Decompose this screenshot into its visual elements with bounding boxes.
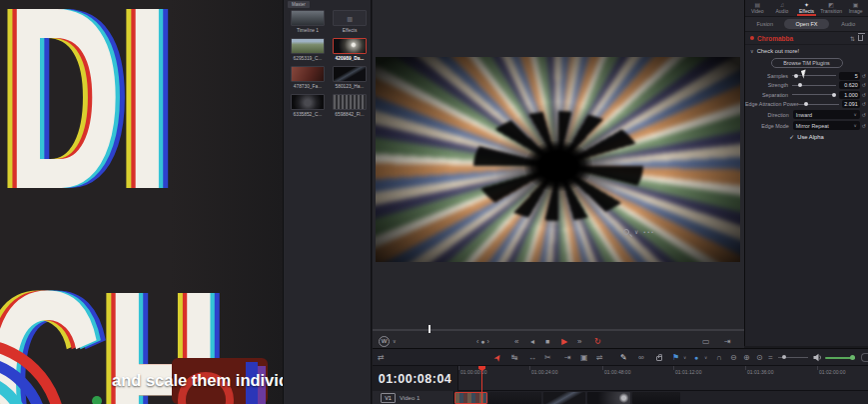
reorder-icon[interactable]: ⇅ — [850, 35, 855, 42]
tab-image[interactable]: ▣ Image — [843, 0, 868, 16]
tab-transition[interactable]: ◩ Transition — [819, 0, 844, 16]
media-thumbnail[interactable]: ▥ — [333, 10, 367, 26]
mixer-icon[interactable]: = — [768, 349, 773, 366]
reset-icon[interactable]: ↺ — [862, 82, 866, 88]
media-item-clip[interactable]: 6335852_C... — [291, 94, 325, 117]
search-icon[interactable] — [623, 229, 629, 235]
media-thumbnail[interactable] — [291, 10, 325, 26]
volume-slider[interactable] — [825, 349, 855, 366]
media-item-clip[interactable]: 580123_Ha... — [333, 66, 367, 89]
zoom-out-icon[interactable]: ⊖ — [730, 349, 737, 366]
step-back-button[interactable]: ◂ — [530, 334, 534, 348]
param-value[interactable]: 5 — [839, 72, 860, 80]
media-item-clip[interactable]: 6295319_C... — [291, 38, 325, 61]
promo-link[interactable]: Check out more! — [757, 48, 800, 54]
reset-icon[interactable]: ↺ — [862, 73, 866, 79]
timeline-timecode[interactable]: 01:00:08:04 — [373, 366, 458, 391]
edge-attraction-slider[interactable] — [795, 100, 839, 109]
media-thumbnail[interactable] — [291, 38, 325, 54]
overwrite-clip-icon[interactable]: ▣ — [580, 349, 588, 366]
slider-knob[interactable] — [794, 74, 798, 78]
subtab-openfx[interactable]: Open FX — [784, 19, 828, 29]
zoom-detail-icon[interactable]: ⊙ — [756, 349, 763, 366]
direction-dropdown[interactable]: Inward ∨ — [793, 110, 860, 119]
viewer-scrub-position[interactable] — [429, 325, 431, 333]
link-icon[interactable]: ∞ — [638, 349, 644, 366]
jog-control[interactable]: ‹ ● › — [476, 334, 489, 348]
track-id-badge[interactable]: V1 — [381, 393, 396, 403]
loop-button[interactable]: ↻ — [594, 334, 601, 348]
timeline-clip[interactable] — [587, 392, 630, 404]
tab-video[interactable]: ▤ Video — [745, 0, 770, 16]
media-thumbnail[interactable] — [333, 38, 367, 54]
razor-tool-icon[interactable]: ✂ — [544, 349, 551, 366]
trim-edit-tool-icon[interactable]: ↹ — [511, 349, 518, 366]
subtab-fusion[interactable]: Fusion — [749, 21, 780, 27]
timeline-playhead[interactable] — [481, 366, 482, 404]
video-preview[interactable] — [376, 57, 740, 262]
param-value[interactable]: 1.000 — [839, 91, 860, 99]
selection-tool-icon[interactable]: ➤ — [488, 350, 506, 366]
slider-knob[interactable] — [804, 102, 808, 106]
media-thumbnail[interactable] — [291, 66, 325, 82]
chevron-down-icon[interactable]: ∨ — [634, 229, 638, 235]
reset-icon[interactable]: ↺ — [862, 92, 866, 98]
timeline-clip[interactable] — [632, 392, 680, 404]
subtab-audio[interactable]: Audio — [833, 21, 864, 27]
plugin-promo-row[interactable]: ∨ Check out more! — [745, 45, 868, 56]
reset-icon[interactable]: ↺ — [862, 112, 866, 118]
plugin-enabled-dot[interactable] — [750, 36, 754, 40]
marker-chevron-icon[interactable]: ∨ — [704, 349, 707, 366]
zoom-in-icon[interactable]: ⊕ — [743, 349, 750, 366]
marker-icon[interactable]: ● — [694, 349, 698, 366]
timeline-ruler[interactable]: 01:00:00:00 01:00:24:00 01:00:48:00 01:0… — [458, 366, 868, 391]
chevron-down-icon[interactable]: ∨ — [393, 338, 397, 344]
separation-slider[interactable] — [792, 90, 836, 99]
param-value[interactable]: 2.091 — [842, 100, 860, 108]
flag-chevron-icon[interactable]: ∨ — [683, 349, 686, 366]
play-button[interactable]: ▶ — [561, 334, 567, 348]
slider-knob[interactable] — [798, 83, 802, 87]
slider-knob[interactable] — [832, 93, 836, 97]
match-frame-icon[interactable]: ▭ — [702, 334, 710, 348]
timeline-clip[interactable] — [488, 392, 541, 404]
browse-plugins-button[interactable]: Browse TiM Plugins — [771, 58, 843, 68]
media-item-timeline[interactable]: Timeline 1 — [291, 10, 325, 33]
go-to-start-button[interactable]: « — [514, 334, 518, 348]
dynamic-trim-tool-icon[interactable]: ↔ — [528, 349, 536, 366]
speaker-icon[interactable] — [813, 349, 822, 366]
viewer-source-badge[interactable]: W ∨ — [379, 334, 397, 348]
media-item-clip[interactable]: 6598842_Fl... — [333, 94, 367, 117]
timeline-zoom-slider[interactable] — [778, 349, 808, 366]
timeline-view-options-icon[interactable]: ⇄ — [378, 349, 385, 366]
lock-icon[interactable] — [656, 356, 662, 361]
bin-breadcrumb[interactable]: Master — [288, 1, 310, 8]
timeline-clip-selected[interactable] — [454, 392, 487, 404]
curve-tool-icon[interactable]: ✎ — [620, 349, 627, 366]
use-alpha-checkbox[interactable]: ✓ Use Alpha — [745, 131, 868, 142]
timeline-clip[interactable] — [543, 392, 585, 404]
trash-icon[interactable] — [858, 35, 863, 41]
slider-knob[interactable] — [782, 355, 786, 359]
stop-button[interactable]: ■ — [545, 334, 549, 348]
media-item-clip-selected[interactable]: 420989_Da... — [333, 38, 367, 61]
media-item-clip[interactable]: 478730_Fa... — [291, 66, 325, 89]
flag-icon[interactable]: ⚑ — [672, 349, 679, 366]
media-thumbnail[interactable] — [333, 66, 367, 82]
reset-icon[interactable]: ↺ — [862, 101, 866, 107]
go-to-end-button[interactable]: » — [577, 334, 581, 348]
track-header[interactable]: V1 Video 1 — [373, 391, 454, 404]
param-value[interactable]: 0.620 — [839, 81, 860, 89]
media-item-effects-bin[interactable]: ▥ Effects — [333, 10, 367, 33]
edge-mode-dropdown[interactable]: Mirror Repeat ∨ — [793, 121, 860, 130]
insert-clip-icon[interactable]: ⇥ — [564, 349, 571, 366]
goto-frame-icon[interactable]: ⇥ — [724, 334, 731, 348]
media-thumbnail[interactable] — [333, 94, 367, 110]
reset-icon[interactable]: ↺ — [862, 123, 866, 129]
tab-audio[interactable]: ♫ Audio — [770, 0, 795, 16]
samples-slider[interactable] — [792, 71, 836, 80]
slider-knob[interactable] — [850, 355, 855, 360]
timecode-pill-cut[interactable] — [861, 353, 868, 362]
snapping-icon[interactable]: ∩ — [716, 349, 722, 366]
media-thumbnail[interactable] — [291, 94, 325, 110]
